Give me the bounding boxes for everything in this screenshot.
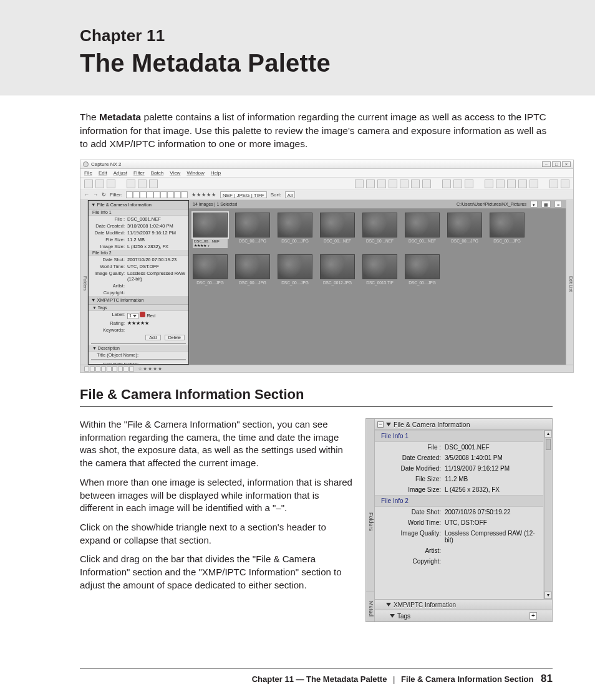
- rotate-cw-icon[interactable]: [400, 180, 409, 188]
- maximize-button[interactable]: □: [552, 161, 561, 167]
- browser-view-a-icon[interactable]: ▦: [541, 201, 551, 208]
- rotate-ccw-icon[interactable]: [389, 180, 397, 188]
- toolbar-top: [80, 178, 573, 190]
- status-stars[interactable]: ☆★★★★: [138, 366, 163, 372]
- eyedropper-icon[interactable]: [453, 180, 462, 188]
- menu-edit[interactable]: Edit: [99, 170, 107, 176]
- controlpoint-icon[interactable]: [496, 180, 505, 188]
- metadata-palette: ▼ File & Camera Information File Info 1 …: [88, 200, 189, 365]
- browser-path: C:\Users\User\Pictures\NX_Pictures: [457, 202, 526, 206]
- palette-header-file-camera[interactable]: ▼ File & Camera Information: [89, 201, 188, 209]
- thumbnail[interactable]: DSC_00…JPG: [447, 213, 482, 248]
- menu-view[interactable]: View: [170, 170, 180, 176]
- zoom-icon[interactable]: [377, 180, 386, 188]
- crop-icon[interactable]: [422, 180, 431, 188]
- status-bar: ☆★★★★: [80, 365, 573, 372]
- section-divider: [80, 406, 553, 407]
- menu-filter[interactable]: Filter: [133, 170, 145, 176]
- mini-subhdr-fileinfo2[interactable]: File Info 2: [375, 495, 543, 507]
- menu-batch[interactable]: Batch: [151, 170, 163, 176]
- mini-subhdr-fileinfo1[interactable]: File Info 1: [375, 430, 543, 442]
- app-icon: [83, 161, 89, 167]
- title-field[interactable]: [91, 359, 186, 360]
- image-browser: 14 Images | 1 Selected C:\Users\User\Pic…: [189, 200, 566, 365]
- add-button[interactable]: Add: [145, 335, 160, 340]
- menu-file[interactable]: File: [84, 170, 92, 176]
- thumbnail[interactable]: DSC_00…JPG: [405, 254, 440, 285]
- window-titlebar[interactable]: Capture NX 2 – □ ×: [80, 160, 573, 169]
- chapter-label: Chapter 11: [80, 26, 595, 46]
- brush-icon[interactable]: [507, 180, 516, 188]
- thumbnail[interactable]: DSC_00…JPG: [193, 254, 228, 285]
- browser-path-dropdown-icon[interactable]: ▾: [530, 201, 538, 208]
- folder-icon[interactable]: [107, 180, 115, 188]
- neutral-icon[interactable]: [465, 180, 473, 188]
- scroll-down-icon[interactable]: ▾: [544, 592, 552, 599]
- mini-tab-metadata[interactable]: Metad: [366, 592, 375, 621]
- mini-header-tags[interactable]: Tags +: [375, 610, 552, 621]
- sidebar-tab-folders[interactable]: Folders: [80, 200, 88, 365]
- thumbnail[interactable]: DSC_00…NEF: [405, 213, 440, 248]
- rating-stars[interactable]: ★★★★★: [127, 320, 186, 326]
- format-chip[interactable]: NEF | JPEG | TIFF: [220, 191, 267, 198]
- mini-header-xmp[interactable]: XMP/IPTC Information: [375, 599, 552, 610]
- thumbnail-selected[interactable]: DSC_00…NEF★★★★ +: [193, 213, 228, 248]
- chapter-title: The Metadata Palette: [80, 49, 595, 77]
- section-file-info-1[interactable]: File Info 1: [89, 209, 188, 216]
- collapse-toggle-icon[interactable]: –: [377, 421, 384, 428]
- scroll-up-icon[interactable]: ▴: [544, 430, 552, 438]
- sidebar-tab-edit-list[interactable]: Edit List: [566, 200, 573, 365]
- thumbnail[interactable]: DSC_00…JPG: [235, 213, 270, 248]
- disclosure-triangle-icon[interactable]: [386, 423, 391, 426]
- add-tag-icon[interactable]: +: [530, 612, 537, 620]
- thumbnail[interactable]: DSC_00…JPG: [278, 213, 312, 248]
- menu-help[interactable]: Help: [211, 170, 221, 176]
- thumbnail[interactable]: DSC_00…NEF: [362, 213, 397, 248]
- section-tags[interactable]: ▼ Tags: [89, 305, 188, 311]
- chapter-header: Chapter 11 The Metadata Palette: [0, 0, 595, 95]
- layout-icon[interactable]: [95, 180, 104, 188]
- reload-icon[interactable]: ↻: [102, 192, 106, 198]
- label-color-boxes[interactable]: [126, 191, 188, 198]
- arrow-icon[interactable]: [355, 180, 364, 188]
- menu-window[interactable]: Window: [186, 170, 204, 176]
- mini-scrollbar[interactable]: ▴ ▾: [544, 430, 552, 599]
- body-paragraph: When more than one image is selected, in…: [80, 476, 354, 515]
- page-footer: Chapter 11 — The Metadata Palette | File…: [80, 668, 553, 685]
- open-icon[interactable]: [127, 180, 135, 188]
- thumbnail[interactable]: DSC_0013.TIF: [362, 254, 397, 285]
- intro-paragraph: The Metadata palette contains a list of …: [80, 110, 553, 151]
- section-file-info-2[interactable]: File Info 2: [89, 250, 188, 256]
- print-icon[interactable]: [149, 180, 158, 188]
- lasso-icon[interactable]: [485, 180, 493, 188]
- menu-adjust[interactable]: Adjust: [114, 170, 127, 176]
- filter-stars[interactable]: ★★★★★: [191, 192, 216, 198]
- thumbnail[interactable]: DSC_00…JPG: [235, 254, 270, 285]
- whitebalance-icon[interactable]: [442, 180, 451, 188]
- thumbnail[interactable]: DSC_00…JPG: [278, 254, 312, 285]
- gradient-icon[interactable]: [518, 180, 527, 188]
- grid-icon[interactable]: [84, 180, 93, 188]
- sort-select[interactable]: All: [285, 191, 296, 198]
- delete-button[interactable]: Delete: [165, 335, 185, 340]
- thumbnail[interactable]: DSC_0012.JPG: [320, 254, 355, 285]
- label-dropdown[interactable]: 1: [127, 313, 138, 319]
- browser-view-b-icon[interactable]: ≡: [554, 201, 562, 208]
- disclosure-triangle-icon[interactable]: [386, 603, 391, 607]
- close-button[interactable]: ×: [562, 161, 571, 167]
- save-icon[interactable]: [138, 180, 147, 188]
- scroll-thumb[interactable]: [546, 439, 551, 450]
- fill-icon[interactable]: [530, 180, 538, 188]
- thumbnail[interactable]: DSC_00…JPG: [490, 213, 525, 248]
- compare-a-icon[interactable]: [549, 180, 558, 188]
- keywords-text-area[interactable]: [91, 343, 186, 344]
- disclosure-triangle-icon[interactable]: [390, 614, 395, 618]
- minimize-button[interactable]: –: [542, 161, 551, 167]
- section-description[interactable]: ▼ Description: [89, 345, 188, 352]
- straighten-icon[interactable]: [411, 180, 420, 188]
- compare-b-icon[interactable]: [561, 180, 569, 188]
- mini-header-file-camera[interactable]: – File & Camera Information: [375, 419, 552, 430]
- hand-icon[interactable]: [366, 180, 375, 188]
- palette-header-xmp[interactable]: ▼ XMP/IPTC Information: [89, 296, 188, 305]
- thumbnail[interactable]: DSC_00…NEF: [320, 213, 355, 248]
